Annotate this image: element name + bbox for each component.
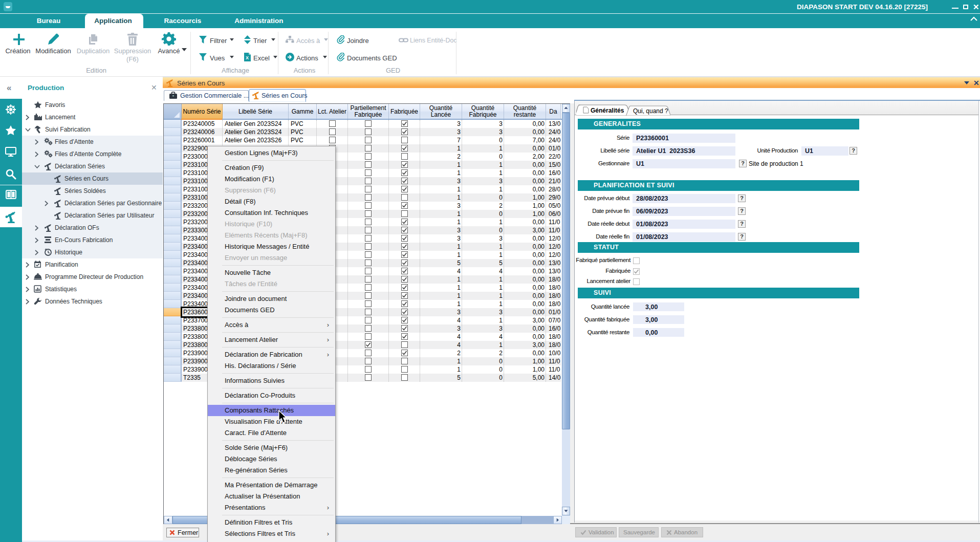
svg-text:X: X <box>246 55 249 60</box>
